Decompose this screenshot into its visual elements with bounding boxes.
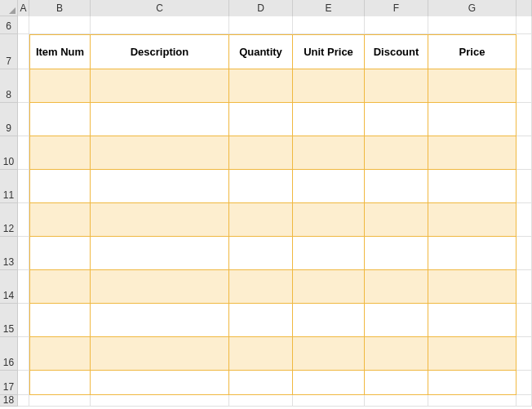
header-item-num[interactable]: Item Num <box>29 34 91 69</box>
col-header-B[interactable]: B <box>29 0 91 16</box>
cell-G13[interactable] <box>428 237 516 270</box>
cell-G8[interactable] <box>428 69 516 103</box>
cell-C9[interactable] <box>91 103 229 136</box>
cell-F12[interactable] <box>365 203 428 237</box>
cell-A11[interactable] <box>18 170 29 203</box>
cell-B13[interactable] <box>29 237 91 270</box>
cell-G10[interactable] <box>428 136 516 170</box>
row-header-11[interactable]: 11 <box>0 170 18 203</box>
cell-B12[interactable] <box>29 203 91 237</box>
row-header-15[interactable]: 15 <box>0 304 18 337</box>
cell-E8[interactable] <box>293 69 365 103</box>
cell-D12[interactable] <box>229 203 293 237</box>
cell-E16[interactable] <box>293 337 365 371</box>
cell-A14[interactable] <box>18 270 29 304</box>
cell-D13[interactable] <box>229 237 293 270</box>
cell-E18[interactable] <box>293 395 365 407</box>
cell-F10[interactable] <box>365 136 428 170</box>
cell-G12[interactable] <box>428 203 516 237</box>
cell-E13[interactable] <box>293 237 365 270</box>
cell-E10[interactable] <box>293 136 365 170</box>
cell-A10[interactable] <box>18 136 29 170</box>
cell-D18[interactable] <box>229 395 293 407</box>
cell-A9[interactable] <box>18 103 29 136</box>
cell-G6[interactable] <box>428 16 516 34</box>
cell-C14[interactable] <box>91 270 229 304</box>
cell-F11[interactable] <box>365 170 428 203</box>
cell-C6[interactable] <box>91 16 229 34</box>
col-header-F[interactable]: F <box>365 0 428 16</box>
cell-E6[interactable] <box>293 16 365 34</box>
cell-E9[interactable] <box>293 103 365 136</box>
cell-D10[interactable] <box>229 136 293 170</box>
row-header-18[interactable]: 18 <box>0 395 18 407</box>
header-description[interactable]: Description <box>91 34 229 69</box>
select-all-corner[interactable] <box>0 0 18 16</box>
cell-E14[interactable] <box>293 270 365 304</box>
cell-D8[interactable] <box>229 69 293 103</box>
cell-G18[interactable] <box>428 395 516 407</box>
cell-F16[interactable] <box>365 337 428 371</box>
row-header-7[interactable]: 7 <box>0 34 18 69</box>
cell-E11[interactable] <box>293 170 365 203</box>
cell-B10[interactable] <box>29 136 91 170</box>
cell-D6[interactable] <box>229 16 293 34</box>
cell-B16[interactable] <box>29 337 91 371</box>
cell-F15[interactable] <box>365 304 428 337</box>
cell-A13[interactable] <box>18 237 29 270</box>
cell-C11[interactable] <box>91 170 229 203</box>
row-header-14[interactable]: 14 <box>0 270 18 304</box>
cell-C12[interactable] <box>91 203 229 237</box>
cell-F9[interactable] <box>365 103 428 136</box>
cell-G11[interactable] <box>428 170 516 203</box>
cell-D17[interactable] <box>229 371 293 395</box>
cell-E17[interactable] <box>293 371 365 395</box>
header-price[interactable]: Price <box>428 34 516 69</box>
cell-F8[interactable] <box>365 69 428 103</box>
row-header-17[interactable]: 17 <box>0 371 18 395</box>
cell-D9[interactable] <box>229 103 293 136</box>
cell-B9[interactable] <box>29 103 91 136</box>
cell-E15[interactable] <box>293 304 365 337</box>
cell-C17[interactable] <box>91 371 229 395</box>
cell-B11[interactable] <box>29 170 91 203</box>
cell-B14[interactable] <box>29 270 91 304</box>
cell-D15[interactable] <box>229 304 293 337</box>
row-header-10[interactable]: 10 <box>0 136 18 170</box>
row-header-12[interactable]: 12 <box>0 203 18 237</box>
cell-A18[interactable] <box>18 395 29 407</box>
cell-F14[interactable] <box>365 270 428 304</box>
row-header-6[interactable]: 6 <box>0 16 18 34</box>
cell-B18[interactable] <box>29 395 91 407</box>
cell-D14[interactable] <box>229 270 293 304</box>
cell-G14[interactable] <box>428 270 516 304</box>
col-header-E[interactable]: E <box>293 0 365 16</box>
cell-A16[interactable] <box>18 337 29 371</box>
cell-B17[interactable] <box>29 371 91 395</box>
cell-A7[interactable] <box>18 34 29 69</box>
row-header-16[interactable]: 16 <box>0 337 18 371</box>
cell-C8[interactable] <box>91 69 229 103</box>
cell-C10[interactable] <box>91 136 229 170</box>
cell-D16[interactable] <box>229 337 293 371</box>
cell-F6[interactable] <box>365 16 428 34</box>
cell-G9[interactable] <box>428 103 516 136</box>
cell-G17[interactable] <box>428 371 516 395</box>
cell-A8[interactable] <box>18 69 29 103</box>
cell-E12[interactable] <box>293 203 365 237</box>
cell-F17[interactable] <box>365 371 428 395</box>
cell-B6[interactable] <box>29 16 91 34</box>
cell-G15[interactable] <box>428 304 516 337</box>
header-quantity[interactable]: Quantity <box>229 34 293 69</box>
cell-B15[interactable] <box>29 304 91 337</box>
cell-A12[interactable] <box>18 203 29 237</box>
row-header-13[interactable]: 13 <box>0 237 18 270</box>
col-header-D[interactable]: D <box>229 0 293 16</box>
header-discount[interactable]: Discount <box>365 34 428 69</box>
row-header-8[interactable]: 8 <box>0 69 18 103</box>
cell-A15[interactable] <box>18 304 29 337</box>
col-header-C[interactable]: C <box>91 0 229 16</box>
cell-C16[interactable] <box>91 337 229 371</box>
header-unit-price[interactable]: Unit Price <box>293 34 365 69</box>
cell-C18[interactable] <box>91 395 229 407</box>
